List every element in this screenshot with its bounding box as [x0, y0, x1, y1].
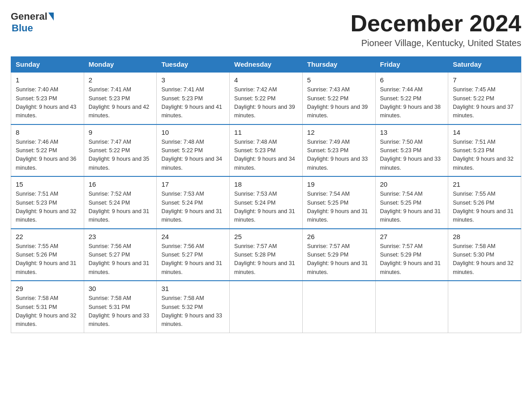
calendar-cell: 11 Sunrise: 7:48 AM Sunset: 5:23 PM Dayl…: [230, 124, 303, 177]
calendar-cell: 5 Sunrise: 7:43 AM Sunset: 5:22 PM Dayli…: [302, 72, 375, 124]
day-number: 1: [16, 76, 79, 84]
calendar-cell: 26 Sunrise: 7:57 AM Sunset: 5:29 PM Dayl…: [302, 229, 375, 281]
day-number: 21: [453, 180, 516, 188]
calendar-cell: 1 Sunrise: 7:40 AM Sunset: 5:23 PM Dayli…: [11, 72, 84, 124]
day-info: Sunrise: 7:57 AM Sunset: 5:29 PM Dayligh…: [380, 242, 444, 277]
calendar-cell: 15 Sunrise: 7:51 AM Sunset: 5:23 PM Dayl…: [11, 176, 84, 229]
calendar-cell: 14 Sunrise: 7:51 AM Sunset: 5:23 PM Dayl…: [448, 124, 521, 177]
day-info: Sunrise: 7:49 AM Sunset: 5:23 PM Dayligh…: [307, 138, 371, 173]
logo: General Blue: [11, 11, 55, 34]
day-number: 26: [307, 233, 371, 240]
calendar-cell: 22 Sunrise: 7:55 AM Sunset: 5:26 PM Dayl…: [11, 229, 84, 281]
calendar-cell: 10 Sunrise: 7:48 AM Sunset: 5:22 PM Dayl…: [157, 124, 230, 177]
header-tuesday: Tuesday: [157, 57, 230, 73]
calendar-week-1: 1 Sunrise: 7:40 AM Sunset: 5:23 PM Dayli…: [11, 72, 521, 124]
day-number: 9: [89, 128, 152, 136]
day-info: Sunrise: 7:41 AM Sunset: 5:23 PM Dayligh…: [89, 86, 152, 120]
day-info: Sunrise: 7:40 AM Sunset: 5:23 PM Dayligh…: [16, 86, 79, 120]
header-sunday: Sunday: [11, 57, 84, 73]
day-info: Sunrise: 7:58 AM Sunset: 5:31 PM Dayligh…: [16, 294, 79, 329]
calendar-cell: [302, 281, 375, 333]
calendar-cell: 8 Sunrise: 7:46 AM Sunset: 5:22 PM Dayli…: [11, 124, 84, 177]
day-info: Sunrise: 7:58 AM Sunset: 5:31 PM Dayligh…: [89, 294, 152, 329]
calendar-cell: 7 Sunrise: 7:45 AM Sunset: 5:22 PM Dayli…: [448, 72, 521, 124]
day-info: Sunrise: 7:57 AM Sunset: 5:29 PM Dayligh…: [307, 242, 371, 277]
day-number: 5: [307, 76, 371, 84]
header-thursday: Thursday: [302, 57, 375, 73]
day-number: 19: [307, 180, 371, 188]
day-number: 15: [16, 180, 79, 188]
title-area: December 2024 Pioneer Village, Kentucky,…: [350, 11, 521, 48]
calendar-week-3: 15 Sunrise: 7:51 AM Sunset: 5:23 PM Dayl…: [11, 176, 521, 229]
day-number: 3: [161, 76, 225, 84]
day-number: 4: [234, 76, 298, 84]
day-info: Sunrise: 7:54 AM Sunset: 5:25 PM Dayligh…: [380, 190, 444, 225]
day-info: Sunrise: 7:45 AM Sunset: 5:22 PM Dayligh…: [453, 86, 516, 120]
calendar-cell: 2 Sunrise: 7:41 AM Sunset: 5:23 PM Dayli…: [84, 72, 157, 124]
logo-blue-text: Blue: [12, 22, 33, 34]
day-info: Sunrise: 7:48 AM Sunset: 5:23 PM Dayligh…: [234, 138, 298, 173]
day-info: Sunrise: 7:55 AM Sunset: 5:26 PM Dayligh…: [16, 242, 79, 277]
calendar-cell: 28 Sunrise: 7:58 AM Sunset: 5:30 PM Dayl…: [448, 229, 521, 281]
calendar-cell: 13 Sunrise: 7:50 AM Sunset: 5:23 PM Dayl…: [375, 124, 448, 177]
day-info: Sunrise: 7:44 AM Sunset: 5:22 PM Dayligh…: [380, 86, 444, 120]
day-number: 27: [380, 233, 444, 240]
day-info: Sunrise: 7:51 AM Sunset: 5:23 PM Dayligh…: [453, 138, 516, 173]
day-info: Sunrise: 7:52 AM Sunset: 5:24 PM Dayligh…: [89, 190, 152, 225]
day-number: 31: [161, 285, 225, 292]
calendar-cell: 23 Sunrise: 7:56 AM Sunset: 5:27 PM Dayl…: [84, 229, 157, 281]
calendar-cell: 4 Sunrise: 7:42 AM Sunset: 5:22 PM Dayli…: [230, 72, 303, 124]
day-number: 8: [16, 128, 79, 136]
day-info: Sunrise: 7:54 AM Sunset: 5:25 PM Dayligh…: [307, 190, 371, 225]
logo-general-text: General: [11, 11, 47, 22]
calendar-cell: 16 Sunrise: 7:52 AM Sunset: 5:24 PM Dayl…: [84, 176, 157, 229]
calendar-cell: [375, 281, 448, 333]
day-number: 11: [234, 128, 298, 136]
day-info: Sunrise: 7:48 AM Sunset: 5:22 PM Dayligh…: [161, 138, 225, 173]
calendar-cell: [230, 281, 303, 333]
day-info: Sunrise: 7:51 AM Sunset: 5:23 PM Dayligh…: [16, 190, 79, 225]
day-info: Sunrise: 7:50 AM Sunset: 5:23 PM Dayligh…: [380, 138, 444, 173]
day-number: 12: [307, 128, 371, 136]
calendar-cell: 19 Sunrise: 7:54 AM Sunset: 5:25 PM Dayl…: [302, 176, 375, 229]
calendar-cell: 3 Sunrise: 7:41 AM Sunset: 5:23 PM Dayli…: [157, 72, 230, 124]
day-info: Sunrise: 7:46 AM Sunset: 5:22 PM Dayligh…: [16, 138, 79, 173]
day-number: 24: [161, 233, 225, 240]
day-number: 23: [89, 233, 152, 240]
calendar-table: Sunday Monday Tuesday Wednesday Thursday…: [11, 56, 521, 333]
page-header: General Blue December 2024 Pioneer Villa…: [11, 11, 521, 48]
calendar-cell: 24 Sunrise: 7:56 AM Sunset: 5:27 PM Dayl…: [157, 229, 230, 281]
day-info: Sunrise: 7:55 AM Sunset: 5:26 PM Dayligh…: [453, 190, 516, 225]
day-info: Sunrise: 7:53 AM Sunset: 5:24 PM Dayligh…: [234, 190, 298, 225]
day-number: 25: [234, 233, 298, 240]
month-title: December 2024: [350, 11, 521, 36]
calendar-cell: 20 Sunrise: 7:54 AM Sunset: 5:25 PM Dayl…: [375, 176, 448, 229]
day-number: 16: [89, 180, 152, 188]
calendar-week-2: 8 Sunrise: 7:46 AM Sunset: 5:22 PM Dayli…: [11, 124, 521, 177]
header-wednesday: Wednesday: [230, 57, 303, 73]
calendar-cell: 27 Sunrise: 7:57 AM Sunset: 5:29 PM Dayl…: [375, 229, 448, 281]
day-info: Sunrise: 7:41 AM Sunset: 5:23 PM Dayligh…: [161, 86, 225, 120]
calendar-cell: 6 Sunrise: 7:44 AM Sunset: 5:22 PM Dayli…: [375, 72, 448, 124]
location-subtitle: Pioneer Village, Kentucky, United States: [350, 38, 521, 48]
day-number: 13: [380, 128, 444, 136]
day-number: 6: [380, 76, 444, 84]
calendar-cell: 29 Sunrise: 7:58 AM Sunset: 5:31 PM Dayl…: [11, 281, 84, 333]
calendar-cell: 31 Sunrise: 7:58 AM Sunset: 5:32 PM Dayl…: [157, 281, 230, 333]
day-number: 30: [89, 285, 152, 292]
calendar-cell: 17 Sunrise: 7:53 AM Sunset: 5:24 PM Dayl…: [157, 176, 230, 229]
calendar-cell: 9 Sunrise: 7:47 AM Sunset: 5:22 PM Dayli…: [84, 124, 157, 177]
calendar-cell: 30 Sunrise: 7:58 AM Sunset: 5:31 PM Dayl…: [84, 281, 157, 333]
day-number: 10: [161, 128, 225, 136]
logo-triangle-icon: [48, 13, 54, 21]
day-info: Sunrise: 7:53 AM Sunset: 5:24 PM Dayligh…: [161, 190, 225, 225]
day-number: 14: [453, 128, 516, 136]
day-info: Sunrise: 7:56 AM Sunset: 5:27 PM Dayligh…: [89, 242, 152, 277]
calendar-cell: 25 Sunrise: 7:57 AM Sunset: 5:28 PM Dayl…: [230, 229, 303, 281]
calendar-week-5: 29 Sunrise: 7:58 AM Sunset: 5:31 PM Dayl…: [11, 281, 521, 333]
day-number: 18: [234, 180, 298, 188]
header-saturday: Saturday: [448, 57, 521, 73]
calendar-cell: 18 Sunrise: 7:53 AM Sunset: 5:24 PM Dayl…: [230, 176, 303, 229]
day-info: Sunrise: 7:57 AM Sunset: 5:28 PM Dayligh…: [234, 242, 298, 277]
calendar-header-row: Sunday Monday Tuesday Wednesday Thursday…: [11, 57, 521, 73]
